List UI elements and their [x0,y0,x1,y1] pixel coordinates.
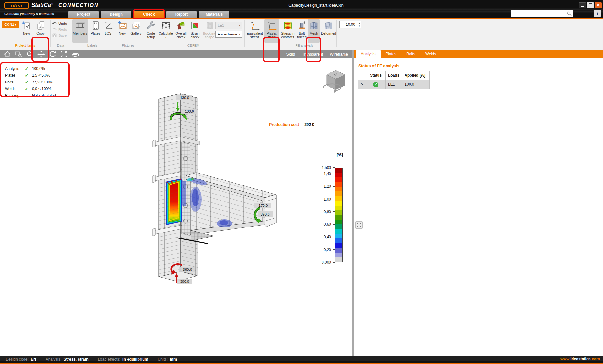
section-title: Status of FE analysis [358,63,399,68]
bolt-forces-button[interactable]: Bolt forces [296,19,307,43]
production-cost-separator: - [300,122,303,127]
zoom-window-icon[interactable] [14,50,23,58]
legend-band [335,257,342,262]
website-tld: .com [591,357,600,361]
ribbon: CON1 ▾ New Copy Project items Undo Redo … [0,19,603,50]
fe-model[interactable]: -130,0 -100,0 -170,0 390,0 [135,91,289,298]
ribbon-separator [336,20,337,47]
header-applied: Applied [%] [402,71,430,80]
group-title-pictures: Pictures [114,44,143,47]
svg-text:-170,0: -170,0 [258,204,268,207]
table-row[interactable]: > ✓ LE1 100,0 [358,80,430,89]
tab-analysis[interactable]: Analysis [356,50,381,58]
legend-band [335,187,342,191]
home-view-icon[interactable] [3,50,11,58]
legend-band [335,215,342,220]
legend-tick-line [333,167,335,168]
mode-solid[interactable]: Solid [286,52,295,56]
check-icon: ✓ [21,80,32,85]
status-label: Analysis: [46,357,61,361]
extreme-dropdown[interactable]: For extreme▾ [215,31,242,38]
search-box[interactable] [511,10,573,17]
summary-row: Bolts✓77,3 < 100% [5,79,68,86]
members-icon [75,20,85,31]
save-button[interactable]: Save [52,32,67,38]
lcs-toggle-button[interactable]: LCS [102,19,114,43]
spin-down-icon[interactable]: ▼ [358,25,360,27]
statusbar-analysis: Analysis:Stress, strain [46,357,88,361]
deformed-button[interactable]: Deformed [320,19,337,43]
overall-check-button[interactable]: Overall check [174,19,188,43]
display-modes: Solid Transparent Wireframe [286,50,348,58]
summary-row: Welds✓0,0 < 100% [5,86,68,93]
gallery-button[interactable]: Gallery [129,19,143,43]
spinner-arrows[interactable]: ▲▼ [358,21,360,28]
deformed-icon [323,20,334,31]
copy-project-item-button[interactable]: Copy [33,19,48,43]
deformed-scale-spinner[interactable]: 10,00 ▲▼ [339,21,361,28]
chevron-down-icon: ▾ [165,36,166,39]
logo-statica-text: StatiCa [31,2,51,8]
tab-bolts[interactable]: Bolts [401,50,420,58]
mesh-button[interactable]: Mesh [308,19,320,43]
project-item-selector[interactable]: CON1 ▾ [2,21,19,28]
3d-viewport[interactable]: Analysis✓100,0% Plates✓1,5 < 5,0% Bolts✓… [0,58,352,356]
legend-tick-label: 1,500 [322,165,331,170]
legend-tick-line [333,249,335,250]
code-setup-button[interactable]: Code setup [144,19,158,43]
equivalent-stress-label: Equivalent stress [246,31,264,39]
tab-welds[interactable]: Welds [420,50,441,58]
legend-tick-label: 0,80 [324,210,331,214]
save-label: Save [58,34,67,37]
members-toggle-button[interactable]: Members [72,19,88,43]
minimize-button[interactable] [579,2,586,8]
stress-in-contacts-button[interactable]: Stress in contacts [280,19,296,43]
pan-icon[interactable] [37,50,45,58]
buckling-shape-button[interactable]: Buckling shape [202,19,217,43]
equivalent-stress-button[interactable]: Equivalent stress [246,19,264,43]
plates-toggle-button[interactable]: Plates [89,19,102,43]
mode-transparent[interactable]: Transparent [302,52,323,56]
legend-unit: [%] [327,153,343,157]
legend-tick-label: 0,000 [322,260,331,265]
bolt-forces-icon [297,20,307,31]
lcs-icon [103,20,113,31]
mode-wireframe[interactable]: Wireframe [330,52,348,56]
maximize-button[interactable] [587,2,594,8]
rotate-icon[interactable] [48,50,57,58]
tab-plates[interactable]: Plates [381,50,402,58]
ribbon-separator [71,20,71,47]
calculate-button[interactable]: Calculate▾ [158,19,173,43]
calculate-label: Calculate [159,31,173,35]
plastic-strain-button[interactable]: Plastic strain [264,19,279,43]
redo-button[interactable]: Redo [52,26,67,32]
load-case-dropdown[interactable]: LE1▾ [215,22,242,29]
close-button[interactable]: ✕ [595,2,602,8]
copy-icon [35,20,46,31]
info-button[interactable]: i [594,10,601,17]
orientation-cube[interactable] [321,67,351,96]
panel-expand-button[interactable] [355,221,363,229]
spin-up-icon[interactable]: ▲ [358,22,360,24]
zoom-fit-icon[interactable] [60,50,68,58]
svg-text:390,0: 390,0 [261,212,270,216]
results-tabs: Analysis Plates Bolts Welds [354,50,603,58]
search-input[interactable] [513,10,566,17]
row-expander[interactable]: > [358,80,366,89]
new-item-icon [21,20,32,31]
extreme-value: For extreme [218,32,237,36]
legend-tick-line [333,237,335,237]
new-picture-button[interactable]: New [116,19,129,43]
strain-check-button[interactable]: Strain check [188,19,202,43]
legend-ticks: 1,5001,401,201,000,800,600,400,200,000 [307,168,335,262]
search-icon [567,11,572,16]
new-project-item-button[interactable]: New [19,19,33,43]
undo-button[interactable]: Undo [52,20,67,26]
lcs-label: LCS [105,31,111,35]
zoom-icon[interactable] [26,50,34,58]
legend-band [335,243,342,248]
check-icon: ✓ [21,86,32,91]
summary-label: Plates [5,73,21,78]
website-link[interactable]: www.ideastatica.com [560,357,600,361]
clipping-box-icon[interactable] [71,50,79,58]
